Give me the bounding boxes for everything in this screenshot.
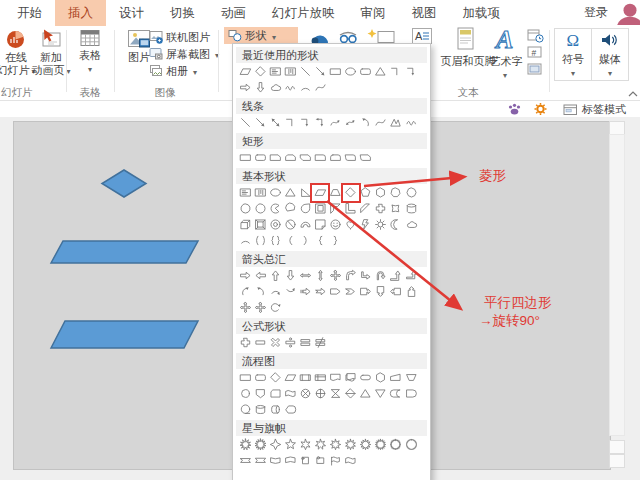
shape-divide[interactable] (283, 336, 297, 350)
shape-bracepair[interactable] (268, 234, 282, 248)
slide-number-button[interactable]: # (527, 46, 545, 61)
shape-curve[interactable] (374, 116, 388, 130)
shape-arrowUD[interactable] (313, 269, 327, 283)
online-pictures-button[interactable]: 联机图片 (149, 29, 210, 45)
shape-parallelogram-highlighted[interactable] (313, 186, 327, 200)
shape-scribble[interactable] (404, 116, 418, 130)
shape-line[interactable] (298, 65, 312, 79)
shape-star32[interactable] (404, 438, 418, 452)
shape-nosymbol[interactable] (283, 218, 297, 232)
scrollbar-track[interactable] (609, 134, 625, 436)
user-avatar-icon[interactable] (612, 1, 640, 25)
tab-7[interactable]: 视图 (399, 0, 450, 26)
shape-tape[interactable] (283, 387, 297, 401)
shape-arrowR[interactable] (238, 269, 252, 283)
shape-star16[interactable] (374, 438, 388, 452)
shape-summing[interactable] (298, 387, 312, 401)
shape-curvearrowU[interactable] (268, 285, 282, 299)
shape-sortshape[interactable] (344, 387, 358, 401)
shape-rect[interactable] (329, 65, 343, 79)
shape-line[interactable] (238, 116, 252, 130)
shape-burst1[interactable] (238, 438, 252, 452)
shape-frame[interactable] (313, 202, 327, 216)
tab-4[interactable]: 动画 (208, 0, 259, 26)
shape-bentup2[interactable] (404, 269, 418, 283)
shape-arc[interactable] (298, 81, 312, 95)
shape-elbow[interactable] (389, 65, 403, 79)
shape-cloud[interactable] (404, 218, 418, 232)
shape-donut[interactable] (268, 218, 282, 232)
shape-data[interactable] (283, 371, 297, 385)
shape-delay[interactable] (404, 387, 418, 401)
shape-foldedcorner[interactable] (313, 218, 327, 232)
shape-cornerarrow[interactable] (359, 269, 373, 283)
shape-snipdiag[interactable] (298, 151, 312, 165)
header-footer-button[interactable] (457, 27, 475, 54)
shape-offpage[interactable] (253, 387, 267, 401)
shape-heptagon[interactable] (389, 186, 403, 200)
shape-halfframe[interactable] (329, 202, 343, 216)
shape-elbowarrow[interactable] (404, 65, 418, 79)
shape-quadcallout[interactable] (238, 301, 252, 315)
shape-card[interactable] (268, 387, 282, 401)
shape-hexagon[interactable] (374, 186, 388, 200)
shape-uturnarrow[interactable] (374, 269, 388, 283)
tab-6[interactable]: 审阅 (348, 0, 399, 26)
shape-roundrect[interactable] (359, 65, 373, 79)
shape-heart[interactable] (344, 218, 358, 232)
shape-lightning[interactable] (359, 218, 373, 232)
shape-curvedribbon2[interactable] (283, 454, 297, 468)
shape-curvearrowR[interactable] (253, 285, 267, 299)
shape-curvedarrow[interactable] (329, 116, 343, 130)
shape-ribbonup[interactable] (238, 454, 252, 468)
next-slide-button[interactable] (609, 454, 625, 468)
shape-curveddbl[interactable] (344, 116, 358, 130)
shape-arc[interactable] (238, 234, 252, 248)
shape-directaccess[interactable] (268, 403, 282, 417)
shape-lbrace[interactable] (313, 234, 327, 248)
shape-arrowU[interactable] (268, 269, 282, 283)
screenshot-button[interactable]: 屏幕截图 (149, 46, 219, 62)
shape-pentagon[interactable] (359, 186, 373, 200)
shape-predefined[interactable] (298, 371, 312, 385)
shape-manualinput[interactable] (389, 371, 403, 385)
shape-storeddata[interactable] (389, 387, 403, 401)
collapse-ribbon-button[interactable] (628, 86, 638, 100)
shape-star5[interactable] (283, 438, 297, 452)
shape-bevel[interactable] (253, 218, 267, 232)
shape-collate[interactable] (329, 387, 343, 401)
shape-parallelogram[interactable] (238, 65, 252, 79)
shape-terminator[interactable] (359, 371, 373, 385)
shape-vscroll[interactable] (298, 454, 312, 468)
shape-document[interactable] (329, 371, 343, 385)
shape-stripedarrow[interactable] (298, 285, 312, 299)
shape-calloutD[interactable] (374, 285, 388, 299)
shape-linearrow[interactable] (313, 65, 327, 79)
object-button[interactable] (527, 63, 545, 78)
shape-connector[interactable] (238, 387, 252, 401)
shape-cloud[interactable] (268, 81, 282, 95)
media-button[interactable]: 媒体 (591, 28, 629, 81)
shape-diamond[interactable] (253, 65, 267, 79)
shape-curvearrowD[interactable] (283, 285, 297, 299)
shape-rect[interactable] (238, 151, 252, 165)
shape-extract[interactable] (359, 387, 373, 401)
shape-rbracket[interactable] (298, 234, 312, 248)
shape-teardrop[interactable] (298, 202, 312, 216)
shape-vtextbox[interactable] (283, 65, 297, 79)
shape-diagstripe[interactable] (359, 202, 373, 216)
shape-curvedribbon1[interactable] (268, 454, 282, 468)
shape-bracketpair[interactable] (253, 234, 267, 248)
shape-cube[interactable] (238, 218, 252, 232)
shape-round1[interactable] (313, 151, 327, 165)
tab-3[interactable]: 切换 (157, 0, 208, 26)
shape-arrowD[interactable] (253, 81, 267, 95)
shape-triangle[interactable] (374, 65, 388, 79)
shape-multidoc[interactable] (344, 371, 358, 385)
tab-5[interactable]: 幻灯片放映 (259, 0, 348, 26)
wordart-button[interactable]: A (492, 26, 520, 56)
shape-diamond-highlighted[interactable] (344, 186, 358, 200)
wordart-caret[interactable] (503, 67, 507, 81)
shape-sun[interactable] (374, 218, 388, 232)
shape-circulararrow[interactable] (268, 301, 282, 315)
